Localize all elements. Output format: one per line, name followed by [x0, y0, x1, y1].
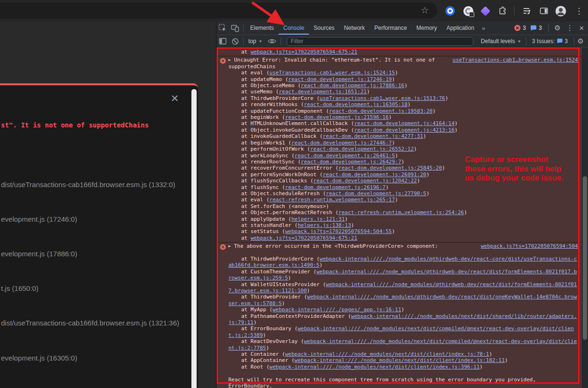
- source-link[interactable]: react-dom.development.js:26196:7: [285, 184, 386, 190]
- expand-triangle-icon[interactable]: ▶: [228, 243, 234, 249]
- address-bar[interactable]: [0, 2, 437, 18]
- stack-frame: at HTMLUnknownElement.callCallback (reac…: [228, 120, 578, 126]
- devtools-close-icon[interactable]: ✕: [575, 25, 588, 32]
- error-footer-text: React will try to recreate this componen…: [228, 377, 578, 383]
- overlay-close-icon[interactable]: ✕: [171, 93, 179, 104]
- error-message-text: supportedChains: [228, 63, 447, 70]
- stack-frame: at CustomThemeProvider (webpack-internal…: [228, 269, 578, 281]
- source-link[interactable]: webpack-internal:///./node_modules/next/…: [270, 364, 480, 370]
- stack-frame: at webpack.js?ts=1702205076594:675:21: [228, 49, 578, 55]
- expand-triangle-icon[interactable]: ▶: [228, 57, 234, 63]
- source-link[interactable]: helpers.js:138:13: [298, 222, 351, 228]
- live-expression-icon[interactable]: [265, 38, 279, 44]
- webpage-background: ✕ st". It is not one of supportedChains …: [0, 21, 216, 388]
- console-sidebar-icon[interactable]: [217, 38, 229, 45]
- bookmark-star-icon[interactable]: ☆: [421, 5, 429, 16]
- devtools-tab-bar: ElementsConsoleSourcesNetworkPerformance…: [217, 21, 588, 35]
- source-link[interactable]: webpack.js?ts=1702205076594:675:21: [251, 49, 357, 55]
- source-link[interactable]: react-dom.development.js:21596:16: [285, 114, 389, 120]
- stack-frame: at statusHandler (helpers.js:138:13): [228, 222, 578, 228]
- console-settings-icon[interactable]: ⚙: [576, 37, 588, 45]
- message-count-badge[interactable]: 3: [530, 25, 542, 31]
- side-panel-icon[interactable]: [538, 5, 550, 17]
- source-link[interactable]: react-dom.development.js:27446:7: [291, 140, 392, 146]
- source-link[interactable]: useTransactions-cab1…wser.esm.js:1524:15: [270, 70, 395, 76]
- screenshot-canvas: ☆ ⋮ ✕ st". It is not one of supportedCha…: [0, 0, 588, 388]
- tab-sources[interactable]: Sources: [309, 22, 339, 35]
- clear-console-icon[interactable]: [229, 38, 241, 45]
- source-link[interactable]: react-dom.development.js:17886:16: [301, 82, 405, 89]
- overlay-stack-frame: dist/useTransactions-cab166fd.browser.es…: [1, 180, 175, 189]
- error-icon: [220, 58, 226, 65]
- tab-application[interactable]: Application: [442, 22, 479, 35]
- tab-performance[interactable]: Performance: [370, 22, 412, 35]
- source-link[interactable]: webpack.js?ts=1702205076594:504: [481, 243, 578, 249]
- source-link[interactable]: useTransactions-cab1…wser.esm.js:1513:76: [320, 95, 445, 101]
- source-link[interactable]: react-refresh-runtim…velopment.js:265:17: [270, 197, 395, 203]
- extensions-puzzle-icon[interactable]: [497, 5, 508, 17]
- source-link[interactable]: webpack.js?ts=1702205076594:675:21: [251, 235, 357, 241]
- source-link[interactable]: webpack-internal:///./pages/_app.js:16:1…: [272, 307, 401, 313]
- source-link[interactable]: react-dom.development.js:26461:5: [295, 153, 395, 159]
- stack-frame: at flushSync (react-dom.development.js:2…: [228, 184, 578, 190]
- extension-purple-icon[interactable]: [479, 5, 491, 17]
- default-levels-dropdown[interactable]: Default levels▼: [478, 38, 524, 45]
- profile-avatar[interactable]: [555, 5, 566, 17]
- source-link[interactable]: react-dom.development.js:16305:18: [304, 101, 407, 108]
- tab-memory[interactable]: Memory: [412, 22, 442, 35]
- device-toolbar-icon[interactable]: [229, 22, 241, 34]
- stack-frame: at ReactDevOverlay (webpack-internal:///…: [228, 338, 578, 351]
- source-link[interactable]: webpack.js?ts=1702205076594:504:55: [285, 228, 392, 235]
- overlay-scrollbar[interactable]: [191, 89, 197, 388]
- overlay-stack-frame: dist/useTransactions-cab166fd.browser.es…: [1, 319, 179, 327]
- source-link[interactable]: react.development.js:1651:21: [279, 89, 366, 95]
- error-footer-text: ErrorBoundary.: [228, 383, 578, 388]
- source-link[interactable]: react-dom.development.js:12042:22: [313, 178, 417, 184]
- stack-frame: at ErrorBoundary (webpack-internal:///./…: [228, 325, 578, 338]
- stack-frame: at ThirdwebProviderCore (webpack-interna…: [228, 256, 578, 269]
- error-message-text: ▶Uncaught Error: Invalid chain: "ethereu…: [228, 57, 447, 63]
- tab-network[interactable]: Network: [339, 22, 370, 35]
- console-error-message: ▶Uncaught Error: Invalid chain: "ethereu…: [217, 56, 582, 242]
- error-icon: [220, 244, 226, 252]
- browser-menu-icon[interactable]: ⋮: [573, 5, 585, 17]
- browser-toolbar: ☆ ⋮: [0, 0, 588, 22]
- devtools-settings-icon[interactable]: ⚙: [551, 24, 564, 32]
- source-link[interactable]: react-dom.development.js:27790:5: [326, 190, 426, 197]
- console-scrollbar-thumb[interactable]: [583, 176, 587, 340]
- devtools-menu-icon[interactable]: ⋮: [564, 24, 575, 32]
- tab-console[interactable]: Console: [279, 22, 309, 35]
- context-selector[interactable]: top▼: [245, 38, 265, 45]
- source-link[interactable]: react-refresh-runtim…velopment.js:254:26: [338, 209, 464, 216]
- source-link[interactable]: react-dom.development.js:25845:20: [338, 165, 442, 171]
- source-link[interactable]: react-dom.development.js:4213:16: [354, 127, 454, 133]
- source-link[interactable]: webpack-internal:///./node_modules/next/…: [295, 357, 505, 363]
- media-controls-icon[interactable]: [521, 5, 533, 17]
- source-link[interactable]: react-dom.development.js:19583:20: [329, 108, 433, 114]
- stack-frame: at MyApp (webpack-internal:///./pages/_a…: [228, 307, 578, 313]
- more-tabs-icon[interactable]: »: [479, 25, 488, 32]
- tabbar-separator: [243, 24, 244, 32]
- stack-frame: at performUnitOfWork (react-dom.developm…: [228, 146, 578, 152]
- source-link[interactable]: react-dom.development.js:26552:12: [310, 146, 414, 152]
- inspect-element-icon[interactable]: [217, 22, 229, 34]
- source-link[interactable]: webpack-internal:///./node_modules/next/…: [285, 351, 489, 357]
- overlay-stack-frame: evelopment.js (16305:0): [1, 354, 77, 362]
- error-count-badge[interactable]: 3: [514, 25, 526, 31]
- error-message-text: ▶The above error occurred in the <Thirdw…: [228, 243, 475, 249]
- issues-counter[interactable]: 3 Issues: 3: [528, 38, 572, 45]
- source-link[interactable]: useTransactions-cab1…browser.esm.js:1524: [452, 57, 578, 63]
- source-link[interactable]: react-dom.development.js:26429:7: [301, 159, 401, 165]
- source-link[interactable]: helpers.js:121:31: [291, 216, 345, 222]
- extension-history-icon[interactable]: [462, 5, 474, 17]
- extension-wallet-icon[interactable]: [444, 5, 456, 17]
- stack-frame: at eval (useTransactions-cab1…wser.esm.j…: [228, 70, 578, 76]
- console-scrollbar[interactable]: [582, 48, 588, 388]
- tab-elements[interactable]: Elements: [245, 22, 279, 35]
- console-toolbar: top▼ Default levels▼ 3 Issues: 3 ⚙: [217, 35, 588, 48]
- console-filter-input[interactable]: [287, 37, 473, 46]
- source-link[interactable]: react-dom.development.js:17246:19: [288, 76, 392, 82]
- source-link[interactable]: react-dom.development.js:4277:31: [323, 133, 423, 139]
- source-link[interactable]: react-dom.development.js:4164:14: [354, 120, 454, 126]
- source-link[interactable]: react-dom.development.js:26091:20: [323, 171, 426, 178]
